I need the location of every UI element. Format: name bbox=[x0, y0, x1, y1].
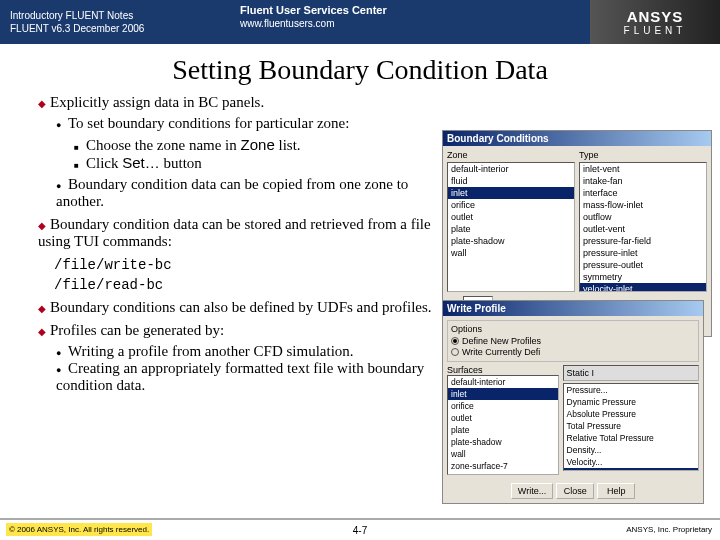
copyright-text: © 2006 ANSYS, Inc. All rights reserved. bbox=[6, 523, 152, 536]
logo-ansys-text: ANSYS bbox=[627, 8, 684, 25]
b1a1-pre: Choose the zone name in bbox=[86, 137, 241, 153]
bullet-1b: Boundary condition data can be copied fr… bbox=[56, 176, 408, 209]
zone-item[interactable]: default-interior bbox=[448, 163, 574, 175]
type-item[interactable]: intake-fan bbox=[580, 175, 706, 187]
zone-list[interactable]: default-interior fluid inlet orifice out… bbox=[447, 162, 575, 292]
radio-off-icon bbox=[451, 348, 459, 356]
dot-icon bbox=[56, 360, 68, 377]
bullet-2: Boundary condition data can be stored an… bbox=[38, 216, 431, 249]
header-center-line2: www.fluentusers.com bbox=[240, 18, 387, 29]
zone-item[interactable]: fluid bbox=[448, 175, 574, 187]
type-item[interactable]: symmetry bbox=[580, 271, 706, 283]
diamond-icon bbox=[38, 326, 50, 337]
proprietary-text: ANSYS, Inc. Proprietary bbox=[626, 525, 712, 534]
surface-item[interactable]: plate-shadow bbox=[448, 436, 558, 448]
type-item[interactable]: pressure-far-field bbox=[580, 235, 706, 247]
diamond-icon bbox=[38, 303, 50, 314]
tui-cmd-2: /file/read-bc bbox=[54, 276, 440, 296]
b1a2-pre: Click bbox=[86, 155, 122, 171]
radio-currently-defined[interactable]: Write Currently Defi bbox=[451, 347, 695, 357]
zone-item[interactable]: plate-shadow bbox=[448, 235, 574, 247]
bullet-3: Boundary conditions can also be defined … bbox=[50, 299, 432, 315]
type-item[interactable]: outflow bbox=[580, 211, 706, 223]
dot-icon bbox=[56, 115, 68, 132]
slide-title: Setting Boundary Condition Data bbox=[0, 54, 720, 86]
surface-item[interactable]: orifice bbox=[448, 400, 558, 412]
value-item[interactable]: Relative Total Pressure bbox=[564, 432, 698, 444]
diamond-icon bbox=[38, 220, 50, 231]
value-item[interactable]: Absolute Pressure bbox=[564, 408, 698, 420]
values-category[interactable]: Static I bbox=[563, 365, 699, 381]
slide-header: Introductory FLUENT Notes FLUENT v6.3 De… bbox=[0, 0, 720, 44]
page-number: 4-7 bbox=[353, 525, 367, 536]
values-list[interactable]: Pressure... Dynamic Pressure Absolute Pr… bbox=[563, 383, 699, 471]
value-item-selected[interactable]: Velocity Magnitude bbox=[564, 468, 698, 471]
surface-item[interactable]: zone-surface-7 bbox=[448, 460, 558, 472]
type-item[interactable]: interface bbox=[580, 187, 706, 199]
dot-icon bbox=[56, 343, 68, 360]
header-notes-line1: Introductory FLUENT Notes bbox=[10, 9, 144, 22]
surface-item-selected[interactable]: inlet bbox=[448, 388, 558, 400]
surface-item[interactable]: outlet bbox=[448, 412, 558, 424]
zone-item-selected[interactable]: inlet bbox=[448, 187, 574, 199]
help-button[interactable]: Help bbox=[597, 483, 635, 499]
value-item[interactable]: Velocity... bbox=[564, 456, 698, 468]
header-notes-line2: FLUENT v6.3 December 2006 bbox=[10, 22, 144, 35]
zone-item[interactable]: wall bbox=[448, 247, 574, 259]
header-center: Fluent User Services Center www.fluentus… bbox=[240, 4, 387, 29]
surface-item[interactable]: plate bbox=[448, 424, 558, 436]
write-button[interactable]: Write... bbox=[511, 483, 553, 499]
ansys-logo: ANSYS FLUENT bbox=[590, 0, 720, 44]
slide-footer: © 2006 ANSYS, Inc. All rights reserved. … bbox=[0, 518, 720, 540]
value-item[interactable]: Pressure... bbox=[564, 384, 698, 396]
b1a1-sans: Zone bbox=[241, 136, 275, 153]
header-center-line1: Fluent User Services Center bbox=[240, 4, 387, 16]
type-item-selected[interactable]: velocity-inlet bbox=[580, 283, 706, 292]
options-label: Options bbox=[451, 324, 695, 334]
type-item[interactable]: mass-flow-inlet bbox=[580, 199, 706, 211]
value-item[interactable]: Total Pressure bbox=[564, 420, 698, 432]
type-item[interactable]: pressure-inlet bbox=[580, 247, 706, 259]
square-icon bbox=[74, 137, 86, 154]
surfaces-list[interactable]: default-interior inlet orifice outlet pl… bbox=[447, 375, 559, 475]
b1a2-post: button bbox=[160, 155, 202, 171]
b1a2-sans: Set… bbox=[122, 154, 160, 171]
zone-label: Zone bbox=[447, 150, 575, 160]
zone-item[interactable]: plate bbox=[448, 223, 574, 235]
logo-fluent-text: FLUENT bbox=[624, 25, 687, 36]
bullet-1a: To set boundary conditions for particula… bbox=[68, 115, 349, 131]
value-item[interactable]: Density... bbox=[564, 444, 698, 456]
radio-new-profiles[interactable]: Define New Profiles bbox=[451, 336, 695, 346]
surface-item[interactable]: wall bbox=[448, 448, 558, 460]
write-profile-dialog: Write Profile Options Define New Profile… bbox=[442, 300, 704, 504]
header-left: Introductory FLUENT Notes FLUENT v6.3 De… bbox=[0, 9, 144, 35]
square-icon bbox=[74, 155, 86, 172]
close-button[interactable]: Close bbox=[556, 483, 594, 499]
type-item[interactable]: pressure-outlet bbox=[580, 259, 706, 271]
type-list[interactable]: inlet-vent intake-fan interface mass-flo… bbox=[579, 162, 707, 292]
b1a1-post: list. bbox=[275, 137, 301, 153]
type-label: Type bbox=[579, 150, 707, 160]
diamond-icon bbox=[38, 98, 50, 109]
type-item[interactable]: outlet-vent bbox=[580, 223, 706, 235]
bullet-4b: Creating an appropriately formatted text… bbox=[56, 360, 424, 393]
surfaces-label: Surfaces bbox=[447, 365, 559, 375]
bullet-4: Profiles can be generated by: bbox=[50, 322, 224, 338]
zone-item[interactable]: orifice bbox=[448, 199, 574, 211]
wp-titlebar: Write Profile bbox=[443, 301, 703, 316]
bullet-4a: Writing a profile from another CFD simul… bbox=[68, 343, 354, 359]
surface-item[interactable]: default-interior bbox=[448, 376, 558, 388]
tui-cmd-1: /file/write-bc bbox=[54, 256, 440, 276]
radio-on-icon bbox=[451, 337, 459, 345]
options-group: Options Define New Profiles Write Curren… bbox=[447, 320, 699, 362]
type-item[interactable]: inlet-vent bbox=[580, 163, 706, 175]
bc-titlebar: Boundary Conditions bbox=[443, 131, 711, 146]
dot-icon bbox=[56, 176, 68, 193]
zone-item[interactable]: outlet bbox=[448, 211, 574, 223]
bullet-content: Explicitly assign data in BC panels. To … bbox=[20, 94, 440, 394]
bullet-1: Explicitly assign data in BC panels. bbox=[50, 94, 264, 110]
value-item[interactable]: Dynamic Pressure bbox=[564, 396, 698, 408]
